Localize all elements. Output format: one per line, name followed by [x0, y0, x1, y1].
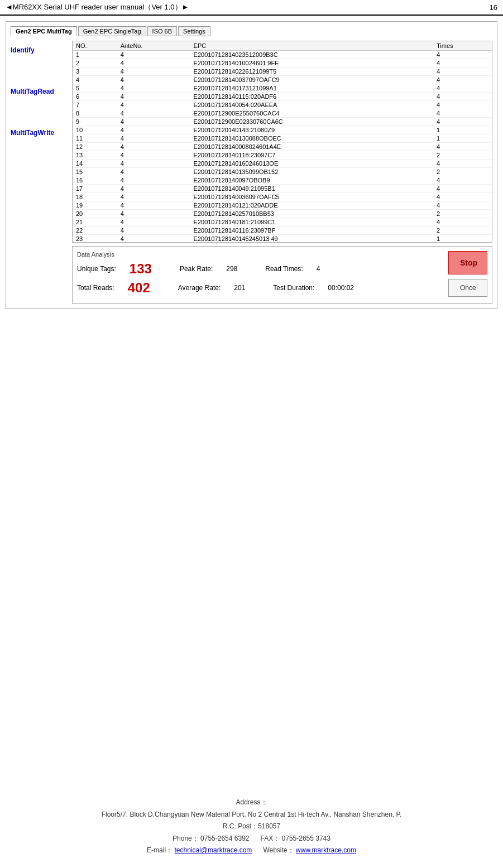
- table-wrapper[interactable]: NO. AnteNo. EPC Times 14E200107128140235…: [73, 41, 492, 242]
- stop-button[interactable]: Stop: [448, 251, 487, 274]
- data-analysis-panel: Data Analysis Unique Tags: 133 Peak Rate…: [72, 246, 492, 304]
- footer-phone-label: Phone：: [173, 835, 199, 842]
- inner-layout: Identify MultiTagRead MultiTagWrite NO. …: [11, 41, 492, 304]
- table-row: 234E200107128140145245013 491: [73, 235, 492, 243]
- header-title: ◄MR62XX Serial UHF reader user manual（Ve…: [6, 2, 189, 12]
- table-row: 174E200107128140049:21095B14: [73, 185, 492, 193]
- tab-bar: Gen2 EPC MultiTag Gen2 EPC SingleTag ISO…: [11, 26, 492, 36]
- sidebar-links: Identify MultiTagRead MultiTagWrite: [11, 41, 72, 304]
- analysis-buttons: Stop Once: [448, 251, 487, 297]
- footer-address-line1: Floor5/7, Block D,Changyuan New Material…: [0, 809, 503, 821]
- data-analysis-title: Data Analysis: [77, 251, 487, 258]
- table-row: 94E20010712900E02330760CA6C4: [73, 118, 492, 126]
- page-header: ◄MR62XX Serial UHF reader user manual（Ve…: [0, 0, 503, 16]
- footer: Address： Floor5/7, Block D,Changyuan New…: [0, 797, 503, 857]
- table-row: 214E200107128140181:21099C14: [73, 218, 492, 226]
- tab-gen2-epc-singletag[interactable]: Gen2 EPC SingleTag: [78, 26, 146, 36]
- read-times-value: 4: [317, 265, 320, 273]
- table-row: 74E200107128140054:020AEEA4: [73, 101, 492, 109]
- footer-email-website: E-mail： technical@marktrace.com Website：…: [0, 845, 503, 857]
- average-rate-value: 201: [234, 284, 245, 292]
- table-row: 54E200107128140173121099A14: [73, 84, 492, 93]
- col-anteno: AnteNo.: [117, 41, 190, 51]
- table-row: 154E200107128140135099OB1522: [73, 168, 492, 176]
- table-row: 14E20010712814023512009B3C4: [73, 51, 492, 59]
- read-times-label: Read Times:: [265, 265, 303, 273]
- footer-address-line2: R.C. Post：518057: [0, 821, 503, 833]
- footer-email-link[interactable]: technical@marktrace.com: [174, 846, 252, 854]
- tab-iso-6b[interactable]: ISO 6B: [147, 26, 177, 36]
- analysis-row-1: Unique Tags: 133 Peak Rate: 298 Read Tim…: [77, 261, 487, 277]
- unique-tags-value: 133: [130, 261, 152, 277]
- unique-tags-label: Unique Tags:: [77, 265, 116, 273]
- table-row: 34E200107128140226121099T54: [73, 67, 492, 76]
- total-reads-value: 402: [128, 280, 150, 296]
- analysis-row-2: Total Reads: 402 Average Rate: 201 Test …: [77, 280, 487, 296]
- table-row: 144E200107128140160246013OE4: [73, 160, 492, 168]
- table-row: 44E200107128140037097OAFC94: [73, 76, 492, 84]
- sidebar-link-multitagread[interactable]: MultiTagRead: [11, 88, 72, 95]
- average-rate-label: Average Rate:: [178, 284, 221, 292]
- tab-settings[interactable]: Settings: [178, 26, 210, 36]
- data-table: NO. AnteNo. EPC Times 14E200107128140235…: [73, 41, 492, 242]
- col-no: NO.: [73, 41, 117, 51]
- footer-website-label: Website：: [263, 846, 294, 854]
- table-row: 84E20010712900E2550760CAC44: [73, 109, 492, 118]
- table-row: 164E200107128140097OBOB94: [73, 176, 492, 185]
- footer-email-label: E-mail：: [147, 846, 173, 854]
- table-row: 184E200107128140036097OAFC54: [73, 193, 492, 201]
- once-button[interactable]: Once: [448, 279, 487, 297]
- peak-rate-value: 298: [226, 265, 237, 273]
- sidebar-link-identify[interactable]: Identify: [11, 46, 72, 54]
- sidebar-link-multitagwrite[interactable]: MultiTagWrite: [11, 129, 72, 137]
- table-row: 24E20010712814010024601 9FE4: [73, 59, 492, 67]
- col-epc: EPC: [190, 41, 433, 51]
- footer-website-link[interactable]: www.marktrace.com: [296, 846, 356, 854]
- main-content: Gen2 EPC MultiTag Gen2 EPC SingleTag ISO…: [0, 16, 503, 315]
- table-row: 104E200107120140143:21080Z91: [73, 126, 492, 134]
- test-duration-label: Test Duration:: [273, 284, 314, 292]
- table-row: 204E200107128140257010BB532: [73, 210, 492, 218]
- table-row: 124E200107128140008024601A4E4: [73, 143, 492, 151]
- test-duration-value: 00:00:02: [328, 284, 354, 292]
- total-reads-label: Total Reads:: [77, 284, 114, 292]
- peak-rate-label: Peak Rate:: [180, 265, 213, 273]
- footer-phone-fax: Phone： 0755-2654 6392 FAX： 0755-2655 374…: [0, 833, 503, 845]
- footer-address-label: Address：: [0, 797, 503, 809]
- footer-fax-value: 0755-2655 3743: [282, 835, 330, 842]
- right-panel: NO. AnteNo. EPC Times 14E200107128140235…: [72, 41, 492, 304]
- main-panel: Gen2 EPC MultiTag Gen2 EPC SingleTag ISO…: [6, 21, 497, 309]
- col-times: Times: [433, 41, 492, 51]
- table-row: 134E200107128140118:23097C72: [73, 151, 492, 160]
- footer-phone-value: 0755-2654 6392: [200, 835, 249, 842]
- tab-gen2-epc-multitag[interactable]: Gen2 EPC MultiTag: [11, 26, 77, 36]
- table-row: 64E200107128140115:020ADF64: [73, 93, 492, 101]
- table-row: 224E200107128140116:23097BF2: [73, 226, 492, 235]
- table-row: 194E200107128140121:020ADDE4: [73, 201, 492, 210]
- footer-fax-label: FAX：: [261, 835, 280, 842]
- table-row: 114E200107128140130088OBOEC1: [73, 134, 492, 143]
- table-area: NO. AnteNo. EPC Times 14E200107128140235…: [72, 41, 492, 243]
- page-number: 16: [490, 3, 497, 12]
